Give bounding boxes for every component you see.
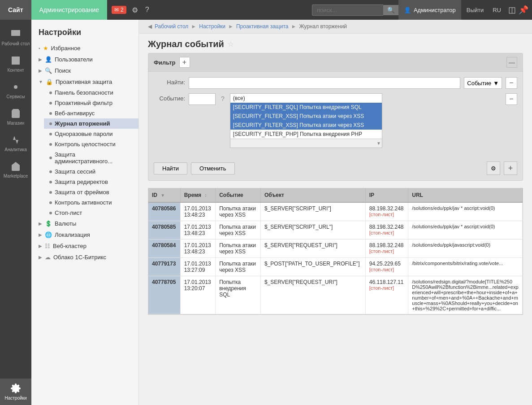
sidebar-item-frame-protection[interactable]: Защита от фреймов bbox=[44, 187, 138, 197]
dot-icon bbox=[49, 91, 52, 94]
cell-id: 40778705 bbox=[148, 276, 180, 314]
sidebar-item-web-cluster[interactable]: ▶ ☷ Веб-кластер bbox=[31, 240, 138, 252]
dropdown-scrollbar[interactable]: ▼ bbox=[230, 139, 382, 148]
sidebar-nav-title: Настройки bbox=[31, 24, 138, 43]
breadcrumb-desktop[interactable]: Рабочий стол bbox=[155, 23, 188, 30]
col-ip-label: IP bbox=[369, 192, 374, 198]
filter-help-button[interactable]: ? bbox=[219, 93, 226, 104]
sidebar-item-users[interactable]: ▶ 👤 Пользователи bbox=[31, 54, 138, 65]
sidebar-item-otp[interactable]: Одноразовые пароли bbox=[44, 129, 138, 139]
dot-icon-admin bbox=[49, 157, 52, 159]
sidebar-item-stoplist[interactable]: Стоп-лист bbox=[44, 208, 138, 218]
layout-icon[interactable]: ◫ bbox=[508, 5, 516, 15]
col-time-label: Время bbox=[184, 192, 201, 198]
dropdown-option-xss1[interactable]: [SECURITY_FILTER_XSS] Попытка атаки чере… bbox=[230, 112, 382, 121]
scroll-down-icon[interactable]: ▼ bbox=[376, 141, 381, 146]
dropdown-option-sql[interactable]: [SECURITY_FILTER_SQL] Попытка внедрения … bbox=[230, 103, 382, 112]
event-dropdown-label: Событие bbox=[467, 80, 491, 87]
arrow-icon-localization: ▶ bbox=[39, 232, 42, 237]
table-row: 40779173 17.01.2013 13:27:09 Попытка ата… bbox=[148, 258, 523, 276]
filter-add-button[interactable]: + bbox=[179, 57, 190, 68]
proactive-filter-label: Проактивный фильтр bbox=[55, 100, 112, 106]
filter-plus-button[interactable]: + bbox=[504, 161, 517, 175]
search-button[interactable]: 🔍 bbox=[384, 5, 398, 15]
cell-id: 40779173 bbox=[148, 258, 180, 276]
ip-value: 88.198.32.248 bbox=[369, 205, 405, 212]
sidebar-item-activity-control[interactable]: Контроль активности bbox=[44, 197, 138, 208]
stop-list-tag[interactable]: [стоп-лист] bbox=[369, 285, 405, 291]
lang-selector[interactable]: RU bbox=[489, 0, 505, 20]
sidebar-item-favorites[interactable]: ▪ ★ Избранное bbox=[31, 43, 138, 54]
dropdown-option-xss2[interactable]: [SECURITY_FILTER_XSS] Попытка атаки чере… bbox=[230, 121, 382, 130]
filter-collapse-button[interactable]: — bbox=[506, 57, 517, 68]
sidebar-item-search[interactable]: ▶ 🔍 Поиск bbox=[31, 65, 138, 76]
dot-icon-antivirus bbox=[49, 112, 52, 115]
sidebar-item-currencies[interactable]: ▶ 💲 Валюты bbox=[31, 218, 138, 229]
dropdown-option-all[interactable]: (все) bbox=[230, 94, 382, 103]
cell-ip: 88.198.32.248 [стоп-лист] bbox=[365, 221, 408, 240]
filter-event-type-select[interactable]: Событие ▼ bbox=[464, 77, 502, 89]
table-row: 40780584 17.01.2013 13:48:23 Попытка ата… bbox=[148, 240, 523, 258]
sort-icon-id[interactable]: ▼ bbox=[160, 193, 165, 198]
sidebar-item-cloud[interactable]: ▶ ☁ Облако 1С-Битрикс bbox=[31, 252, 138, 263]
col-id-label: ID bbox=[152, 192, 157, 198]
sidebar-item-admin-protection[interactable]: Защита административного... bbox=[44, 149, 138, 166]
find-button[interactable]: Найти bbox=[154, 162, 187, 174]
notifications-badge[interactable]: ✉ 2 bbox=[112, 6, 126, 14]
cell-url: /solutions/edu/ppk/javascript:void(0) bbox=[408, 240, 523, 258]
filter-event-remove-button[interactable]: − bbox=[506, 93, 517, 105]
filter-find-input[interactable] bbox=[189, 77, 460, 89]
sidebar-item-redirect-protection[interactable]: Защита редиректов bbox=[44, 177, 138, 187]
search-input[interactable] bbox=[312, 4, 384, 16]
sep1: ► bbox=[191, 23, 196, 30]
sidebar-item-integrity[interactable]: Контроль целостности bbox=[44, 139, 138, 149]
breadcrumb-settings[interactable]: Настройки bbox=[199, 23, 225, 30]
filter-event-input[interactable] bbox=[189, 93, 216, 105]
logout-button[interactable]: Выйти bbox=[461, 0, 489, 20]
help-icon[interactable]: ? bbox=[143, 4, 151, 16]
web-antivirus-label: Веб-антивирус bbox=[55, 110, 95, 117]
activity-control-label: Контроль активности bbox=[55, 199, 112, 206]
favorites-label: Избранное bbox=[51, 45, 81, 52]
sidebar-item-proactive[interactable]: ▼ 🔒 Проактивная защита bbox=[31, 76, 138, 87]
stop-list-tag[interactable]: [стоп-лист] bbox=[369, 230, 405, 235]
breadcrumb-proactive[interactable]: Проактивная защита bbox=[236, 23, 289, 30]
sidebar-item-localization[interactable]: ▶ 🌐 Локализация bbox=[31, 229, 138, 240]
sidebar-icon-marketplace-label: Marketplace bbox=[4, 174, 28, 179]
stop-list-tag[interactable]: [стоп-лист] bbox=[369, 267, 405, 272]
sidebar-item-web-antivirus[interactable]: Веб-антивирус bbox=[44, 108, 138, 118]
svg-rect-0 bbox=[11, 30, 20, 36]
sidebar-icons: Рабочий стол Контент Сервисы Магазин Ана… bbox=[0, 20, 31, 405]
topbar-extra-icons: ◫ 📌 bbox=[505, 0, 532, 20]
cell-id: 40780584 bbox=[148, 240, 180, 258]
sidebar-icon-services[interactable]: Сервисы bbox=[0, 77, 31, 104]
sidebar-item-security-panel[interactable]: Панель безопасности bbox=[44, 87, 138, 98]
sidebar-item-session-protection[interactable]: Защита сессий bbox=[44, 166, 138, 177]
cancel-button[interactable]: Отменить bbox=[191, 162, 234, 174]
site-tab[interactable]: Сайт bbox=[0, 0, 31, 20]
col-url: URL bbox=[408, 188, 523, 202]
search-area: 🔍 bbox=[312, 4, 398, 16]
sidebar-icon-marketplace[interactable]: Marketplace bbox=[0, 157, 31, 183]
sidebar-icon-content[interactable]: Контент bbox=[0, 51, 31, 77]
user-menu[interactable]: 👤 Администратор bbox=[398, 0, 461, 20]
stop-list-tag[interactable]: [стоп-лист] bbox=[369, 248, 405, 254]
sidebar-icon-shop[interactable]: Магазин bbox=[0, 104, 31, 130]
settings-icon[interactable]: ⚙ bbox=[130, 4, 140, 16]
filter-event-row: Событие: ? (все) [SECURITY_FILTER_SQL] П… bbox=[154, 93, 517, 148]
stop-list-tag[interactable]: [стоп-лист] bbox=[369, 212, 405, 217]
sidebar-icon-desktop[interactable]: Рабочий стол bbox=[0, 24, 31, 51]
sidebar-icon-analytics[interactable]: Аналитика bbox=[0, 130, 31, 157]
sidebar-icon-settings[interactable]: Настройки bbox=[0, 379, 31, 405]
security-panel-label: Панель безопасности bbox=[55, 89, 113, 96]
filter-settings-button[interactable]: ⚙ bbox=[487, 161, 500, 175]
sidebar-item-intrusion-log[interactable]: Журнал вторжений bbox=[44, 118, 138, 129]
sort-icon-time[interactable]: ↕ bbox=[204, 193, 207, 198]
favorite-star-icon[interactable]: ☆ bbox=[228, 40, 234, 48]
dropdown-option-php[interactable]: [SECURITY_FILTER_PHP] Попытка внедрения … bbox=[230, 130, 382, 139]
cell-object: $_POST["PATH_TO_USER_PROFILE"] bbox=[260, 258, 365, 276]
admin-tab[interactable]: Администрирование bbox=[31, 0, 108, 20]
sidebar-item-proactive-filter[interactable]: Проактивный фильтр bbox=[44, 98, 138, 108]
pin-icon[interactable]: 📌 bbox=[519, 5, 528, 15]
filter-find-remove-button[interactable]: − bbox=[506, 77, 517, 89]
